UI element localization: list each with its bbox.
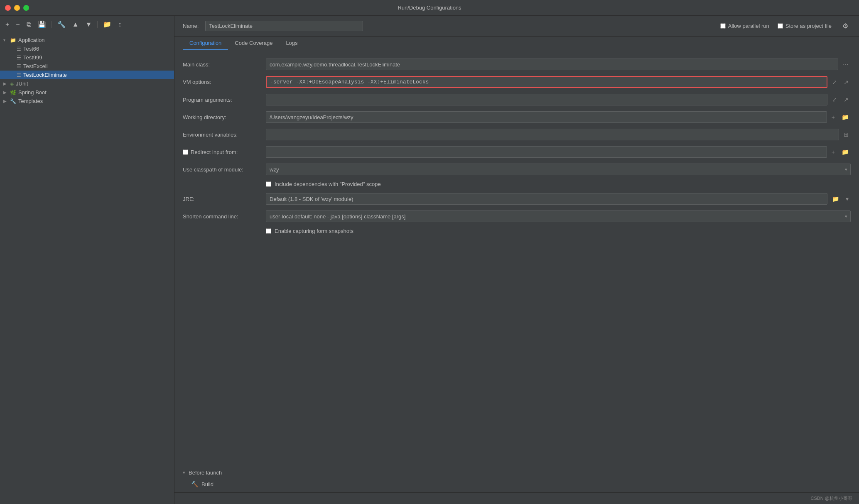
tab-logs[interactable]: Logs [279, 37, 304, 50]
working-directory-row: Working directory: + 📁 [183, 111, 851, 123]
allow-parallel-run-label[interactable]: Allow parallel run [720, 23, 769, 29]
classpath-module-row: Use classpath of module: wzy [183, 164, 851, 175]
jre-folder-button[interactable]: 📁 [830, 195, 841, 203]
classpath-module-value: wzy [266, 164, 851, 175]
name-input[interactable] [205, 21, 363, 31]
jre-dropdown-button[interactable]: ▾ [844, 195, 851, 203]
program-arguments-input[interactable] [266, 94, 827, 105]
tree-item-application[interactable]: ▾ 📁 Application [0, 36, 174, 44]
settings-button[interactable]: 🔧 [55, 19, 68, 29]
environment-variables-value: ⊞ [266, 129, 851, 140]
shorten-command-label: Shorten command line: [183, 213, 266, 220]
add-button[interactable]: + [3, 20, 11, 29]
title-bar: Run/Debug Configurations [0, 0, 859, 16]
maximize-button[interactable] [23, 5, 29, 11]
arrow-icon: ▾ [3, 38, 8, 42]
save-button[interactable]: 💾 [36, 19, 48, 29]
tree-item-label: Application [18, 37, 45, 43]
classpath-module-label: Use classpath of module: [183, 166, 266, 173]
store-as-project-file-label[interactable]: Store as project file [778, 23, 832, 29]
tree-item-test999[interactable]: ☰ Test999 [0, 53, 174, 62]
working-directory-folder-button[interactable]: 📁 [839, 113, 851, 121]
toolbar: + − ⧉ 💾 🔧 ▲ ▼ 📁 ↕ [0, 16, 174, 33]
tree-item-testlockeliminate[interactable]: ☰ TestLockEliminate [0, 71, 174, 79]
spring-icon: 🌿 [10, 90, 16, 95]
shorten-command-select-wrapper: user-local default: none - java [options… [266, 210, 851, 222]
shorten-command-select[interactable]: user-local default: none - java [options… [266, 210, 851, 222]
classpath-module-select[interactable]: wzy [266, 164, 851, 175]
program-arguments-row: Program arguments: ⤢ ↗ [183, 94, 851, 105]
footer-credit: CSDN @杭州小哥哥 [811, 495, 852, 502]
footer-bar: CSDN @杭州小哥哥 [174, 492, 859, 504]
tree-item-springboot[interactable]: ▶ 🌿 Spring Boot [0, 88, 174, 97]
left-panel: + − ⧉ 💾 🔧 ▲ ▼ 📁 ↕ ▾ 📁 Application ☰ Test… [0, 16, 174, 504]
redirect-input-checkbox[interactable] [183, 149, 188, 155]
tab-code-coverage[interactable]: Code Coverage [228, 37, 279, 50]
enable-capturing-label[interactable]: Enable capturing form snapshots [266, 228, 353, 234]
jre-row: JRE: 📁 ▾ [183, 193, 851, 205]
main-class-more-button[interactable]: ⋯ [841, 60, 851, 69]
minimize-button[interactable] [14, 5, 20, 11]
move-up-button[interactable]: ▲ [70, 20, 81, 29]
name-label: Name: [183, 23, 199, 29]
redirect-input-text: Redirect input from: [191, 149, 238, 155]
vm-options-external-button[interactable]: ↗ [842, 78, 851, 86]
file-icon: ☰ [17, 64, 21, 69]
allow-parallel-run-checkbox[interactable] [720, 23, 726, 29]
vm-options-expand-button[interactable]: ⤢ [830, 78, 839, 86]
remove-button[interactable]: − [14, 20, 22, 29]
main-class-input[interactable] [266, 59, 838, 70]
toolbar-separator2 [97, 21, 98, 28]
close-button[interactable] [5, 5, 11, 11]
tree-item-junit[interactable]: ▶ ◈ JUnit [0, 79, 174, 88]
include-dependencies-row: Include dependencies with "Provided" sco… [183, 181, 851, 187]
move-down-button[interactable]: ▼ [83, 20, 94, 29]
folder-icon: 📁 [10, 37, 16, 43]
build-label: Build [201, 481, 214, 487]
folder-button[interactable]: 📁 [101, 19, 113, 29]
enable-capturing-row: Enable capturing form snapshots [183, 228, 851, 234]
include-dependencies-checkbox[interactable] [266, 181, 271, 187]
tree-item-label: TestLockEliminate [23, 72, 67, 78]
program-arguments-label: Program arguments: [183, 97, 266, 103]
tree-item-label: TestExcell [23, 63, 48, 69]
working-directory-label: Working directory: [183, 114, 266, 120]
shorten-command-value: user-local default: none - java [options… [266, 210, 851, 222]
config-header: Name: Allow parallel run Store as projec… [174, 16, 859, 37]
redirect-input-input[interactable] [266, 146, 827, 158]
tree-item-test66[interactable]: ☰ Test66 [0, 44, 174, 53]
before-launch-section: ▾ Before launch 🔨 Build [174, 466, 859, 492]
arrow-icon: ▶ [3, 99, 8, 103]
working-directory-input[interactable] [266, 111, 827, 123]
tree-item-templates[interactable]: ▶ 🔧 Templates [0, 97, 174, 105]
config-form: Main class: ⋯ VM options: ⤢ ↗ [174, 50, 859, 466]
gear-button[interactable]: ⚙ [840, 21, 851, 31]
redirect-input-folder-button[interactable]: 📁 [839, 148, 851, 156]
vm-options-row: VM options: ⤢ ↗ [183, 76, 851, 88]
vm-input-wrapper [266, 76, 827, 88]
program-arguments-value: ⤢ ↗ [266, 94, 851, 105]
environment-variables-edit-button[interactable]: ⊞ [842, 130, 851, 139]
tree-item-label: Spring Boot [18, 89, 47, 95]
include-dependencies-label[interactable]: Include dependencies with "Provided" sco… [266, 181, 381, 187]
tab-configuration[interactable]: Configuration [183, 37, 228, 50]
enable-capturing-checkbox[interactable] [266, 228, 271, 234]
tree-item-testexcell[interactable]: ☰ TestExcell [0, 62, 174, 71]
before-launch-arrow: ▾ [183, 470, 185, 475]
sort-button[interactable]: ↕ [116, 20, 123, 29]
junit-icon: ◈ [10, 81, 14, 87]
jre-input[interactable] [266, 193, 827, 205]
file-icon: ☰ [17, 72, 21, 78]
tree-item-label: Templates [18, 98, 43, 104]
copy-button[interactable]: ⧉ [25, 20, 33, 29]
toolbar-separator [52, 21, 52, 28]
store-as-project-file-checkbox[interactable] [778, 23, 783, 29]
vm-options-input[interactable] [268, 78, 825, 86]
program-arguments-expand-button[interactable]: ⤢ [830, 95, 839, 104]
redirect-input-plus-button[interactable]: + [830, 148, 837, 156]
working-directory-plus-button[interactable]: + [830, 113, 837, 121]
environment-variables-input[interactable] [266, 129, 839, 140]
window-title: Run/Debug Configurations [398, 5, 461, 11]
enable-capturing-text: Enable capturing form snapshots [275, 228, 353, 234]
program-arguments-external-button[interactable]: ↗ [842, 95, 851, 104]
